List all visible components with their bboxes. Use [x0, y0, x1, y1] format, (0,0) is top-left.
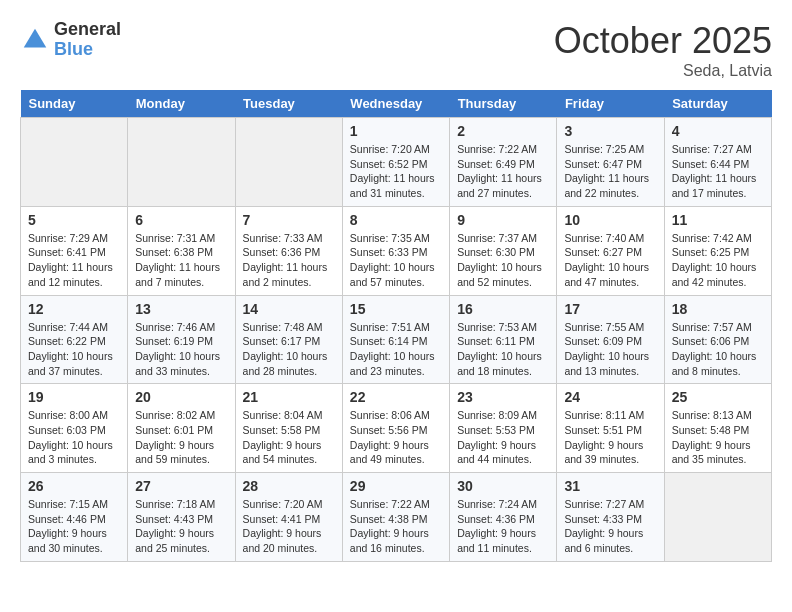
- calendar-cell: [128, 118, 235, 207]
- header-tuesday: Tuesday: [235, 90, 342, 118]
- cell-info: Sunrise: 7:48 AM Sunset: 6:17 PM Dayligh…: [243, 320, 335, 379]
- cell-info: Sunrise: 7:20 AM Sunset: 4:41 PM Dayligh…: [243, 497, 335, 556]
- cell-info: Sunrise: 8:00 AM Sunset: 6:03 PM Dayligh…: [28, 408, 120, 467]
- logo-line2: Blue: [54, 40, 121, 60]
- cell-info: Sunrise: 7:55 AM Sunset: 6:09 PM Dayligh…: [564, 320, 656, 379]
- cell-info: Sunrise: 7:18 AM Sunset: 4:43 PM Dayligh…: [135, 497, 227, 556]
- location-subtitle: Seda, Latvia: [554, 62, 772, 80]
- cell-info: Sunrise: 7:22 AM Sunset: 6:49 PM Dayligh…: [457, 142, 549, 201]
- calendar-table: SundayMondayTuesdayWednesdayThursdayFrid…: [20, 90, 772, 562]
- calendar-week-2: 5Sunrise: 7:29 AM Sunset: 6:41 PM Daylig…: [21, 206, 772, 295]
- header-wednesday: Wednesday: [342, 90, 449, 118]
- calendar-cell: 2Sunrise: 7:22 AM Sunset: 6:49 PM Daylig…: [450, 118, 557, 207]
- day-number: 18: [672, 301, 764, 317]
- cell-info: Sunrise: 7:40 AM Sunset: 6:27 PM Dayligh…: [564, 231, 656, 290]
- day-number: 7: [243, 212, 335, 228]
- calendar-cell: 29Sunrise: 7:22 AM Sunset: 4:38 PM Dayli…: [342, 473, 449, 562]
- day-number: 15: [350, 301, 442, 317]
- day-number: 27: [135, 478, 227, 494]
- calendar-cell: 12Sunrise: 7:44 AM Sunset: 6:22 PM Dayli…: [21, 295, 128, 384]
- day-number: 28: [243, 478, 335, 494]
- day-number: 30: [457, 478, 549, 494]
- cell-info: Sunrise: 8:04 AM Sunset: 5:58 PM Dayligh…: [243, 408, 335, 467]
- day-number: 16: [457, 301, 549, 317]
- cell-info: Sunrise: 7:51 AM Sunset: 6:14 PM Dayligh…: [350, 320, 442, 379]
- calendar-cell: 30Sunrise: 7:24 AM Sunset: 4:36 PM Dayli…: [450, 473, 557, 562]
- logo-icon: [20, 25, 50, 55]
- cell-info: Sunrise: 7:53 AM Sunset: 6:11 PM Dayligh…: [457, 320, 549, 379]
- cell-info: Sunrise: 7:25 AM Sunset: 6:47 PM Dayligh…: [564, 142, 656, 201]
- cell-info: Sunrise: 8:09 AM Sunset: 5:53 PM Dayligh…: [457, 408, 549, 467]
- calendar-cell: 17Sunrise: 7:55 AM Sunset: 6:09 PM Dayli…: [557, 295, 664, 384]
- calendar-cell: [235, 118, 342, 207]
- day-number: 12: [28, 301, 120, 317]
- cell-info: Sunrise: 7:29 AM Sunset: 6:41 PM Dayligh…: [28, 231, 120, 290]
- calendar-cell: 28Sunrise: 7:20 AM Sunset: 4:41 PM Dayli…: [235, 473, 342, 562]
- calendar-cell: 22Sunrise: 8:06 AM Sunset: 5:56 PM Dayli…: [342, 384, 449, 473]
- calendar-cell: 18Sunrise: 7:57 AM Sunset: 6:06 PM Dayli…: [664, 295, 771, 384]
- cell-info: Sunrise: 8:06 AM Sunset: 5:56 PM Dayligh…: [350, 408, 442, 467]
- calendar-cell: 11Sunrise: 7:42 AM Sunset: 6:25 PM Dayli…: [664, 206, 771, 295]
- calendar-cell: 6Sunrise: 7:31 AM Sunset: 6:38 PM Daylig…: [128, 206, 235, 295]
- cell-info: Sunrise: 7:57 AM Sunset: 6:06 PM Dayligh…: [672, 320, 764, 379]
- calendar-cell: [21, 118, 128, 207]
- cell-info: Sunrise: 7:27 AM Sunset: 4:33 PM Dayligh…: [564, 497, 656, 556]
- calendar-week-5: 26Sunrise: 7:15 AM Sunset: 4:46 PM Dayli…: [21, 473, 772, 562]
- calendar-cell: 8Sunrise: 7:35 AM Sunset: 6:33 PM Daylig…: [342, 206, 449, 295]
- cell-info: Sunrise: 8:02 AM Sunset: 6:01 PM Dayligh…: [135, 408, 227, 467]
- calendar-cell: 3Sunrise: 7:25 AM Sunset: 6:47 PM Daylig…: [557, 118, 664, 207]
- day-number: 22: [350, 389, 442, 405]
- calendar-cell: 27Sunrise: 7:18 AM Sunset: 4:43 PM Dayli…: [128, 473, 235, 562]
- day-number: 9: [457, 212, 549, 228]
- cell-info: Sunrise: 7:46 AM Sunset: 6:19 PM Dayligh…: [135, 320, 227, 379]
- logo: General Blue: [20, 20, 121, 60]
- day-number: 31: [564, 478, 656, 494]
- calendar-cell: 9Sunrise: 7:37 AM Sunset: 6:30 PM Daylig…: [450, 206, 557, 295]
- cell-info: Sunrise: 8:13 AM Sunset: 5:48 PM Dayligh…: [672, 408, 764, 467]
- day-number: 17: [564, 301, 656, 317]
- cell-info: Sunrise: 7:35 AM Sunset: 6:33 PM Dayligh…: [350, 231, 442, 290]
- cell-info: Sunrise: 7:27 AM Sunset: 6:44 PM Dayligh…: [672, 142, 764, 201]
- calendar-cell: 14Sunrise: 7:48 AM Sunset: 6:17 PM Dayli…: [235, 295, 342, 384]
- calendar-cell: 1Sunrise: 7:20 AM Sunset: 6:52 PM Daylig…: [342, 118, 449, 207]
- svg-marker-0: [24, 29, 47, 48]
- cell-info: Sunrise: 7:42 AM Sunset: 6:25 PM Dayligh…: [672, 231, 764, 290]
- day-number: 6: [135, 212, 227, 228]
- calendar-week-4: 19Sunrise: 8:00 AM Sunset: 6:03 PM Dayli…: [21, 384, 772, 473]
- cell-info: Sunrise: 8:11 AM Sunset: 5:51 PM Dayligh…: [564, 408, 656, 467]
- calendar-cell: 19Sunrise: 8:00 AM Sunset: 6:03 PM Dayli…: [21, 384, 128, 473]
- day-number: 4: [672, 123, 764, 139]
- day-number: 24: [564, 389, 656, 405]
- calendar-cell: 21Sunrise: 8:04 AM Sunset: 5:58 PM Dayli…: [235, 384, 342, 473]
- calendar-cell: 24Sunrise: 8:11 AM Sunset: 5:51 PM Dayli…: [557, 384, 664, 473]
- calendar-cell: 13Sunrise: 7:46 AM Sunset: 6:19 PM Dayli…: [128, 295, 235, 384]
- header-friday: Friday: [557, 90, 664, 118]
- cell-info: Sunrise: 7:31 AM Sunset: 6:38 PM Dayligh…: [135, 231, 227, 290]
- calendar-cell: 4Sunrise: 7:27 AM Sunset: 6:44 PM Daylig…: [664, 118, 771, 207]
- calendar-cell: 10Sunrise: 7:40 AM Sunset: 6:27 PM Dayli…: [557, 206, 664, 295]
- calendar-cell: 16Sunrise: 7:53 AM Sunset: 6:11 PM Dayli…: [450, 295, 557, 384]
- day-number: 26: [28, 478, 120, 494]
- calendar-cell: 26Sunrise: 7:15 AM Sunset: 4:46 PM Dayli…: [21, 473, 128, 562]
- day-number: 2: [457, 123, 549, 139]
- cell-info: Sunrise: 7:15 AM Sunset: 4:46 PM Dayligh…: [28, 497, 120, 556]
- calendar-cell: [664, 473, 771, 562]
- calendar-cell: 15Sunrise: 7:51 AM Sunset: 6:14 PM Dayli…: [342, 295, 449, 384]
- day-number: 11: [672, 212, 764, 228]
- header-thursday: Thursday: [450, 90, 557, 118]
- day-number: 23: [457, 389, 549, 405]
- month-title: October 2025: [554, 20, 772, 62]
- day-number: 1: [350, 123, 442, 139]
- calendar-week-1: 1Sunrise: 7:20 AM Sunset: 6:52 PM Daylig…: [21, 118, 772, 207]
- calendar-header-row: SundayMondayTuesdayWednesdayThursdayFrid…: [21, 90, 772, 118]
- calendar-cell: 23Sunrise: 8:09 AM Sunset: 5:53 PM Dayli…: [450, 384, 557, 473]
- cell-info: Sunrise: 7:33 AM Sunset: 6:36 PM Dayligh…: [243, 231, 335, 290]
- calendar-cell: 31Sunrise: 7:27 AM Sunset: 4:33 PM Dayli…: [557, 473, 664, 562]
- calendar-week-3: 12Sunrise: 7:44 AM Sunset: 6:22 PM Dayli…: [21, 295, 772, 384]
- day-number: 21: [243, 389, 335, 405]
- day-number: 10: [564, 212, 656, 228]
- header-saturday: Saturday: [664, 90, 771, 118]
- cell-info: Sunrise: 7:20 AM Sunset: 6:52 PM Dayligh…: [350, 142, 442, 201]
- day-number: 3: [564, 123, 656, 139]
- header-monday: Monday: [128, 90, 235, 118]
